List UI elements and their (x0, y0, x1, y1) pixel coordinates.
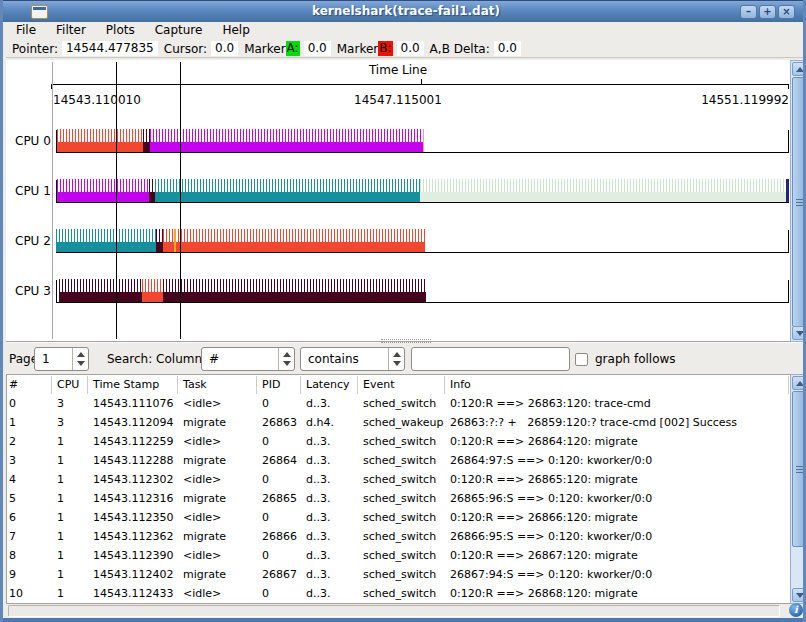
graph-follows-checkbox[interactable] (575, 353, 588, 366)
cell-cpu: 1 (52, 508, 88, 527)
cell-task: <idle> (178, 584, 257, 603)
graph-scrollbar[interactable] (790, 60, 806, 342)
cell-pid: 26864 (257, 451, 301, 470)
graph-scrollbar-thumb[interactable] (792, 77, 806, 327)
table-body: 0314543.111076<idle>0d..3.sched_switch0:… (7, 394, 789, 603)
cell-event: sched_wakeup (358, 413, 445, 432)
column-header-cpu[interactable]: CPU (52, 376, 88, 394)
cell-latency: d..3. (301, 546, 358, 565)
cell-pid: 0 (257, 470, 301, 489)
menu-plots[interactable]: Plots (103, 22, 138, 38)
menu-filter[interactable]: Filter (53, 22, 89, 38)
cell--: 7 (7, 527, 52, 546)
cell-cpu: 1 (52, 527, 88, 546)
cell-info: 0:120:R ==> 26863:120: trace-cmd (445, 394, 789, 413)
close-button[interactable]: × (778, 5, 795, 19)
scroll-up-button[interactable] (792, 376, 806, 390)
cell-event: sched_switch (358, 527, 445, 546)
chevron-up-icon (796, 67, 804, 72)
scroll-up-button[interactable] (792, 62, 806, 76)
cell-latency: d..3. (301, 565, 358, 584)
match-select[interactable]: contains (300, 347, 405, 371)
cell-time-stamp: 14543.112259 (88, 432, 178, 451)
table-row[interactable]: 6114543.112350<idle>0d..3.sched_switch0:… (7, 508, 789, 527)
marker-b-label: Marker (337, 42, 378, 56)
table-scrollbar-thumb[interactable] (792, 391, 806, 547)
cell-task: <idle> (178, 470, 257, 489)
timeline-title: Time Line (6, 63, 790, 77)
cell-latency: d..3. (301, 489, 358, 508)
combo-arrows[interactable] (388, 348, 404, 370)
table-row[interactable]: 7114543.112362migrate26866d..3.sched_swi… (7, 527, 789, 546)
cell-latency: d..3. (301, 470, 358, 489)
search-column-label: Search: Column: (107, 352, 206, 366)
timeline-tick-right (788, 84, 789, 89)
cell-task: <idle> (178, 432, 257, 451)
marker-b-value: 0.0 (397, 41, 424, 56)
table-row[interactable]: 10114543.112433<idle>0d..3.sched_switch0… (7, 584, 789, 603)
chevron-up-icon (796, 381, 804, 386)
cell-event: sched_switch (358, 489, 445, 508)
timeline-axis (51, 84, 789, 85)
cell-task: migrate (178, 413, 257, 432)
column-header-event[interactable]: Event (358, 376, 445, 394)
table-row[interactable]: 9114543.112402migrate26867d..3.sched_swi… (7, 565, 789, 584)
chevron-down-icon (796, 593, 804, 598)
cell--: 2 (7, 432, 52, 451)
kernelshark-window: kernelshark(trace-fail1.dat) – + × FileF… (0, 0, 806, 622)
menu-capture[interactable]: Capture (152, 22, 206, 38)
cell-cpu: 3 (52, 413, 88, 432)
table-row[interactable]: 2114543.112259<idle>0d..3.sched_switch0:… (7, 432, 789, 451)
cell-event: sched_switch (358, 432, 445, 451)
cell-time-stamp: 14543.112402 (88, 565, 178, 584)
cell-cpu: 1 (52, 546, 88, 565)
column-header-time-stamp[interactable]: Time Stamp (88, 376, 178, 394)
info-bar: Pointer: 14544.477835 Cursor: 0.0 Marker… (6, 40, 806, 58)
cell--: 10 (7, 584, 52, 603)
cell-pid: 0 (257, 584, 301, 603)
maximize-button[interactable]: + (759, 5, 776, 19)
combo-arrows[interactable] (278, 348, 294, 370)
window-title: kernelshark(trace-fail1.dat) (3, 4, 806, 18)
cell-event: sched_switch (358, 508, 445, 527)
cell-pid: 0 (257, 432, 301, 451)
spinner-arrows[interactable] (72, 348, 88, 370)
column-select[interactable]: # (201, 347, 295, 371)
page-spinbox[interactable]: 1 (34, 347, 89, 371)
cell--: 8 (7, 546, 52, 565)
search-input-box[interactable] (411, 347, 570, 371)
table-row[interactable]: 5114543.112316migrate26865d..3.sched_swi… (7, 489, 789, 508)
splitter-handle[interactable] (381, 339, 431, 343)
scroll-down-button[interactable] (792, 326, 806, 340)
minimize-button[interactable]: – (740, 5, 757, 19)
table-row[interactable]: 8114543.112390<idle>0d..3.sched_switch0:… (7, 546, 789, 565)
cell--: 0 (7, 394, 52, 413)
chevron-up-icon (393, 352, 401, 357)
table-row[interactable]: 1314543.112094migrate26863d.h4.sched_wak… (7, 413, 789, 432)
table-row[interactable]: 3114543.112288migrate26864d..3.sched_swi… (7, 451, 789, 470)
cell--: 3 (7, 451, 52, 470)
table-scrollbar[interactable] (790, 374, 806, 604)
cell-pid: 26863 (257, 413, 301, 432)
column-header-pid[interactable]: PID (257, 376, 301, 394)
menu-file[interactable]: File (13, 22, 39, 38)
table-row[interactable]: 4114543.112302<idle>0d..3.sched_switch0:… (7, 470, 789, 489)
column-header--[interactable]: # (7, 376, 52, 394)
cell-pid: 0 (257, 546, 301, 565)
ab-delta-label: A,B Delta: (430, 42, 490, 56)
info-icon[interactable]: i (789, 603, 803, 617)
column-header-task[interactable]: Task (178, 376, 257, 394)
cursor-label: Cursor: (164, 42, 207, 56)
cell--: 9 (7, 565, 52, 584)
table-row[interactable]: 0314543.111076<idle>0d..3.sched_switch0:… (7, 394, 789, 413)
cell-time-stamp: 14543.112094 (88, 413, 178, 432)
menu-help[interactable]: Help (219, 22, 252, 38)
column-header-latency[interactable]: Latency (301, 376, 358, 394)
column-header-info[interactable]: Info (445, 376, 789, 394)
window-bottom-border (3, 618, 806, 622)
cell-info: 26867:94:S ==> 0:120: kworker/0:0 (445, 565, 789, 584)
cell-pid: 26865 (257, 489, 301, 508)
title-bar[interactable]: kernelshark(trace-fail1.dat) – + × (3, 0, 806, 22)
scroll-down-button[interactable] (792, 588, 806, 602)
cell-latency: d..3. (301, 432, 358, 451)
